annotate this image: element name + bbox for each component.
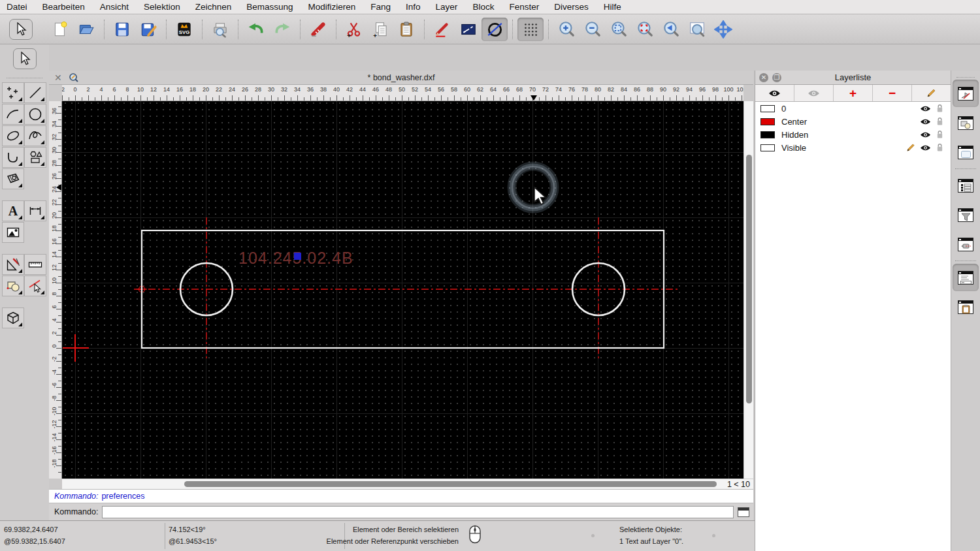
tool-points[interactable] [2,82,24,103]
tool-image[interactable] [2,222,24,243]
tool-dimension[interactable] [24,200,46,221]
layer-color-swatch[interactable] [760,105,775,112]
dock-select-tool-button[interactable] [13,48,37,69]
tool-spline[interactable] [24,125,46,146]
save-icon [113,20,131,39]
dock-button-layer-list[interactable] [953,80,979,107]
text-reference-handle[interactable] [294,253,301,260]
tool-circle[interactable] [24,104,46,125]
dock-handle[interactable] [956,72,975,78]
tool-polyline[interactable] [2,147,24,168]
menu-item-datei[interactable]: Datei [7,2,27,12]
cad-canvas[interactable]: 104.245.02.4B [62,101,743,479]
menu-item-bemassung[interactable]: Bemassung [246,2,293,12]
tool-polygon[interactable] [24,147,46,168]
zoom-previous-button[interactable] [658,18,684,41]
copy-button[interactable]: + [367,18,393,41]
remove-layer-button[interactable]: − [873,85,912,101]
dock-button-command-widget[interactable] [953,264,979,291]
layer-visible-eye-icon[interactable] [920,105,931,112]
tool-deselect[interactable] [24,276,46,296]
pen-attributes-button[interactable] [429,18,455,41]
layer-name: 0 [781,104,904,114]
line-attributes-button[interactable] [455,18,482,41]
tool-measure[interactable] [24,254,46,275]
cube-icon [5,310,21,326]
layer-row-hidden[interactable]: Hidden [755,128,951,141]
tool-line[interactable] [24,82,46,103]
dock-button-library-browser[interactable] [953,138,979,166]
zoom-auto-button[interactable] [606,18,632,41]
menu-item-layer[interactable]: Layer [436,2,458,12]
zoom-window-button[interactable] [684,18,710,41]
menu-item-block[interactable]: Block [472,2,494,12]
layer-color-swatch[interactable] [760,131,775,138]
layer-edit-pencil-icon[interactable] [906,143,915,152]
undo-button[interactable] [243,18,269,41]
command-input[interactable] [102,506,734,518]
tool-text[interactable]: A [2,200,24,221]
dock-button-block-list[interactable] [953,109,979,136]
tool-ellipse[interactable] [2,125,24,146]
layer-visible-eye-icon[interactable] [920,144,931,151]
layer-visible-eye-icon[interactable] [920,118,931,125]
layer-color-swatch[interactable] [760,118,775,125]
menu-item-info[interactable]: Info [406,2,421,12]
add-layer-button[interactable]: + [834,85,873,101]
layer-row-visible[interactable]: Visible [755,141,951,154]
tool-block[interactable] [2,276,24,296]
layer-lock-icon[interactable] [936,143,943,152]
circle-attributes-button[interactable] [482,18,508,41]
new-file-button[interactable] [47,18,73,41]
print-preview-button[interactable] [207,18,233,41]
cut-button[interactable]: + [341,18,367,41]
horizontal-scroll-thumb[interactable] [184,481,717,487]
dock-button-clipboard[interactable] [953,293,979,321]
dock-button-entity-filter[interactable] [953,201,979,228]
zoom-selection-button[interactable] [632,18,658,41]
grid-toggle-button[interactable] [517,18,544,41]
select-tool-button[interactable] [9,19,33,40]
menu-item-fang[interactable]: Fang [370,2,391,12]
vertical-scroll-thumb[interactable] [746,155,752,403]
layer-color-swatch[interactable] [760,144,775,151]
edit-layer-button[interactable] [912,85,951,101]
menu-item-bearbeiten[interactable]: Bearbeiten [42,2,85,12]
hide-all-layers-button[interactable] [794,85,834,101]
menu-item-diverses[interactable]: Diverses [554,2,589,12]
centerlines[interactable] [134,217,679,361]
layer-visible-eye-icon[interactable] [920,131,931,138]
horizontal-scrollbar[interactable]: 1 < 10 [62,479,753,489]
open-file-button[interactable] [73,18,99,41]
menu-item-ansicht[interactable]: Ansicht [100,2,129,12]
show-all-layers-button[interactable] [755,85,794,101]
delete-button[interactable] [305,18,331,41]
menu-item-hilfe[interactable]: Hilfe [604,2,621,12]
layer-lock-icon[interactable] [936,117,943,126]
zoom-pan-button[interactable] [710,18,736,41]
svg-export-button[interactable]: SVG [171,18,197,41]
layer-row-center[interactable]: Center [755,115,951,128]
menu-item-fenster[interactable]: Fenster [509,2,539,12]
layer-lock-icon[interactable] [936,104,943,113]
tool-drafting[interactable] [2,254,24,275]
vertical-scrollbar[interactable] [743,101,753,479]
tool-solid-3d[interactable] [2,307,24,328]
menu-item-modifizieren[interactable]: Modifizieren [308,2,356,12]
menu-item-zeichnen[interactable]: Zeichnen [195,2,232,12]
dock-handle[interactable] [7,72,42,78]
layer-lock-icon[interactable] [936,130,943,139]
save-as-button[interactable] [135,18,161,41]
menu-item-selektion[interactable]: Selektion [144,2,180,12]
zoom-out-button[interactable] [580,18,606,41]
tool-hatch[interactable] [2,168,24,189]
layer-row-0[interactable]: 0 [755,102,951,115]
tool-arc[interactable] [2,104,24,125]
command-dock-icon[interactable] [738,507,749,517]
dock-button-entity-list[interactable] [953,172,979,199]
zoom-in-button[interactable] [553,18,580,41]
dock-button-pen-palette[interactable] [953,230,979,258]
redo-button[interactable] [269,18,295,41]
save-button[interactable] [109,18,135,41]
paste-button[interactable] [393,18,419,41]
